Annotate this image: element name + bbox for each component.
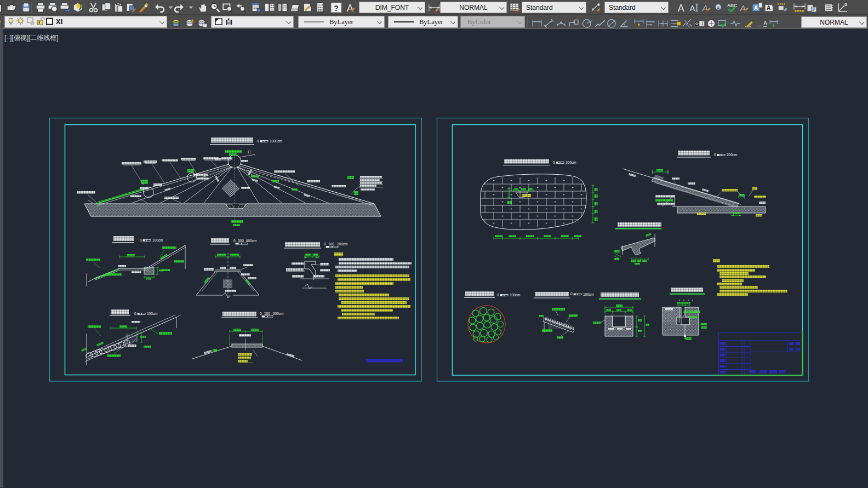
svg-text:0: 0 (324, 242, 326, 246)
svg-text:100cm: 100cm (510, 293, 521, 297)
svg-text:100: 100 (328, 242, 334, 246)
svg-text:0: 0 (570, 292, 573, 296)
svg-text:A: A (763, 20, 767, 26)
svg-text:Φ: Φ (695, 21, 698, 26)
svg-text:200cm: 200cm (273, 312, 284, 315)
svg-text:600cm: 600cm (246, 239, 257, 243)
svg-text:1000cm: 1000cm (270, 139, 282, 143)
svg-text:200cm: 200cm (566, 160, 576, 164)
svg-text:A: A (689, 3, 695, 12)
svg-text:a: a (717, 5, 719, 10)
svg-text:0: 0 (497, 293, 499, 297)
svg-text:C: C (248, 150, 251, 154)
svg-text:100cm: 100cm (152, 238, 163, 242)
svg-text:100: 100 (264, 312, 270, 315)
svg-text:200cm: 200cm (337, 242, 348, 246)
svg-text:0: 0 (257, 139, 259, 143)
svg-text:0: 0 (260, 312, 262, 315)
svg-text:A: A (677, 2, 684, 13)
svg-text:0: 0 (134, 312, 136, 315)
svg-text:300: 300 (238, 239, 244, 243)
svg-text:XI: XI (56, 18, 62, 26)
svg-text:100cm: 100cm (583, 292, 594, 296)
svg-text:0: 0 (140, 238, 142, 242)
svg-text:0: 0 (233, 239, 236, 243)
svg-text:?: ? (334, 3, 339, 12)
svg-text:100cm: 100cm (147, 312, 158, 315)
svg-text:0: 0 (553, 160, 555, 164)
svg-text:A: A (767, 5, 771, 11)
svg-text:200cm: 200cm (727, 153, 738, 157)
svg-text:.1: .1 (700, 21, 704, 26)
svg-text:A: A (754, 5, 758, 11)
svg-text:0: 0 (714, 153, 716, 157)
